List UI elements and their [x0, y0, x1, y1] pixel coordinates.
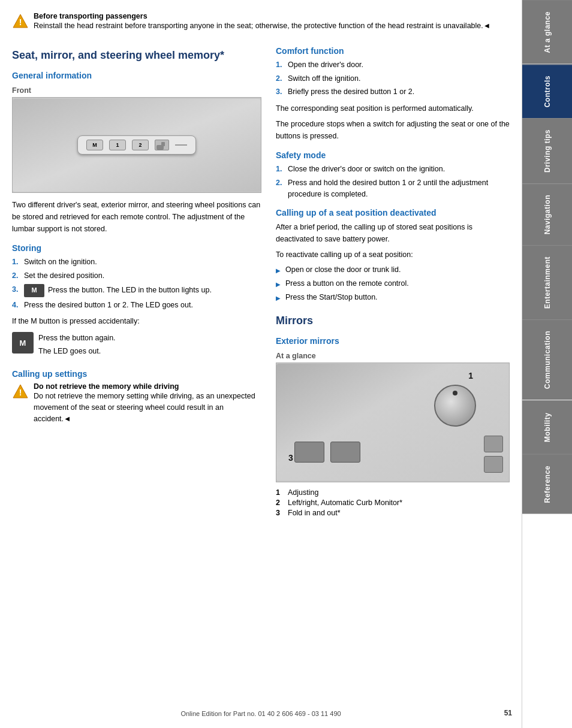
seat-dash — [175, 144, 187, 146]
storing-step-3: 3. M Press the button. The LED in the bu… — [12, 284, 261, 297]
mirror-small-buttons — [484, 436, 503, 473]
calling-up-item-1: ▶ Open or close the door or trunk lid. — [276, 264, 510, 276]
mirror-label-1: 1 — [468, 371, 473, 380]
mirror-dial-container — [434, 385, 476, 427]
front-label: Front — [12, 86, 261, 95]
if-accidental-text: If the M button is pressed accidentally: — [12, 315, 261, 327]
comfort-step-1: 1. Open the driver's door. — [276, 59, 510, 71]
storing-title: Storing — [12, 243, 261, 253]
two-column-layout: Seat, mirror, and steering wheel memory*… — [12, 38, 510, 522]
sidebar-tab-at-a-glance[interactable]: At a glance — [522, 0, 572, 64]
seat-button-strip: M 1 2 — [77, 135, 196, 155]
seat-icon-btn — [155, 140, 169, 150]
m-button-inline-step3: M Press the button. The LED in the butto… — [24, 284, 212, 297]
svg-text:!: ! — [19, 17, 22, 27]
svg-text:!: ! — [19, 388, 22, 397]
mirror-btn-left — [484, 436, 503, 452]
sidebar-tab-controls[interactable]: Controls — [522, 64, 572, 118]
calling-up-item-2: ▶ Press a button on the remote control. — [276, 278, 510, 289]
storing-step-4: 4. Press the desired button 1 or 2. The … — [12, 300, 261, 311]
calling-up-settings-title: Calling up settings — [12, 369, 261, 379]
button-2-seat: 2 — [132, 140, 149, 150]
safety-mode-title: Safety mode — [276, 150, 510, 160]
storing-step-1: 1. Switch on the ignition. — [12, 256, 261, 268]
front-seat-image: M 1 2 — [12, 97, 261, 193]
general-info-body: Two different driver's seat, exterior mi… — [12, 199, 261, 235]
exterior-mirrors-title: Exterior mirrors — [276, 336, 510, 346]
mirror-label-3: 3 — [288, 453, 293, 463]
sidebar-tab-driving-tips[interactable]: Driving tips — [522, 118, 572, 183]
annotation-2: 2 Left/right, Automatic Curb Monitor* — [276, 499, 510, 507]
button-1-seat: 1 — [109, 140, 126, 150]
safety-mode-steps: 1. Close the driver's door or switch on … — [276, 164, 510, 200]
m-btn-icon-inline: M — [24, 284, 44, 297]
mirror-control-sim: 1 2 — [276, 364, 509, 481]
sidebar-tab-mobility[interactable]: Mobility — [522, 400, 572, 454]
mirror-control-image: 1 2 — [276, 363, 510, 482]
comfort-function-title: Comfort function — [276, 46, 510, 56]
calling-up-seat-body1: After a brief period, the calling up of … — [276, 221, 510, 245]
comfort-body2: The procedure stops when a switch for ad… — [276, 118, 510, 142]
annotation-3: 3 Fold in and out* — [276, 509, 510, 517]
mirror-dial — [434, 385, 476, 427]
main-content: ! Before transporting passengers Reinsta… — [0, 0, 522, 728]
page-container: ! Before transporting passengers Reinsta… — [0, 0, 572, 728]
comfort-steps-list: 1. Open the driver's door. 2. Switch off… — [276, 59, 510, 98]
calling-up-seat-items: ▶ Open or close the door or trunk lid. ▶… — [276, 264, 510, 303]
comfort-body1: The corresponding seat position is perfo… — [276, 102, 510, 114]
mirror-annotations: 1 Adjusting 2 Left/right, Automatic Curb… — [276, 488, 510, 517]
general-info-title: General information — [12, 71, 261, 80]
mirror-btn-right — [484, 456, 503, 473]
m-btn-instructions: Press the button again. The LED goes out… — [38, 332, 116, 361]
mirror-fold-btn-1 — [294, 442, 324, 463]
warning-icon-calling: ! — [12, 383, 29, 400]
main-section-title: Seat, mirror, and steering wheel memory* — [12, 49, 261, 62]
page-footer: Online Edition for Part no. 01 40 2 606 … — [0, 710, 522, 717]
sidebar-tab-reference[interactable]: Reference — [522, 454, 572, 514]
at-a-glance-label: At a glance — [276, 352, 510, 360]
calling-up-item-3: ▶ Press the Start/Stop button. — [276, 292, 510, 303]
mirror-fold-btn-2 — [330, 442, 360, 463]
svg-rect-3 — [161, 142, 165, 146]
sidebar-tab-navigation[interactable]: Navigation — [522, 183, 572, 245]
comfort-step-3: 3. Briefly press the desired button 1 or… — [276, 86, 510, 98]
m-button-seat: M — [86, 140, 103, 150]
m-btn-block: M Press the button again. The LED goes o… — [12, 332, 261, 361]
warning-icon-top: ! — [12, 13, 29, 30]
mirror-dial-dot — [453, 391, 457, 395]
page-number: 51 — [504, 709, 512, 717]
sidebar-tab-communication[interactable]: Communication — [522, 319, 572, 400]
comfort-step-2: 2. Switch off the ignition. — [276, 73, 510, 84]
annotation-1: 1 Adjusting — [276, 488, 510, 497]
calling-up-seat-title: Calling up of a seat position deactivate… — [276, 208, 510, 218]
right-sidebar: At a glance Controls Driving tips Naviga… — [522, 0, 572, 728]
m-btn-square: M — [12, 332, 34, 354]
mirrors-title: Mirrors — [276, 314, 510, 328]
storing-steps-list: 1. Switch on the ignition. 2. Set the de… — [12, 256, 261, 310]
seat-control-sim: M 1 2 — [13, 99, 261, 192]
mirror-left-btns — [294, 442, 360, 463]
storing-step-2: 2. Set the desired position. — [12, 270, 261, 282]
safety-step-1: 1. Close the driver's door or switch on … — [276, 164, 510, 175]
warning-block-top: ! Before transporting passengers Reinsta… — [12, 12, 510, 32]
left-column: Seat, mirror, and steering wheel memory*… — [12, 38, 261, 522]
warning-text-top: Before transporting passengers Reinstall… — [34, 12, 490, 32]
right-column: Comfort function 1. Open the driver's do… — [276, 38, 510, 522]
safety-step-2: 2. Press and hold the desired button 1 o… — [276, 177, 510, 200]
calling-up-seat-body2: To reactivate calling up of a seat posit… — [276, 249, 510, 261]
sidebar-tab-entertainment[interactable]: Entertainment — [522, 245, 572, 319]
calling-up-warning-text: Do not retrieve the memory while driving… — [34, 382, 261, 424]
warning-block-calling-up: ! Do not retrieve the memory while drivi… — [12, 382, 261, 424]
